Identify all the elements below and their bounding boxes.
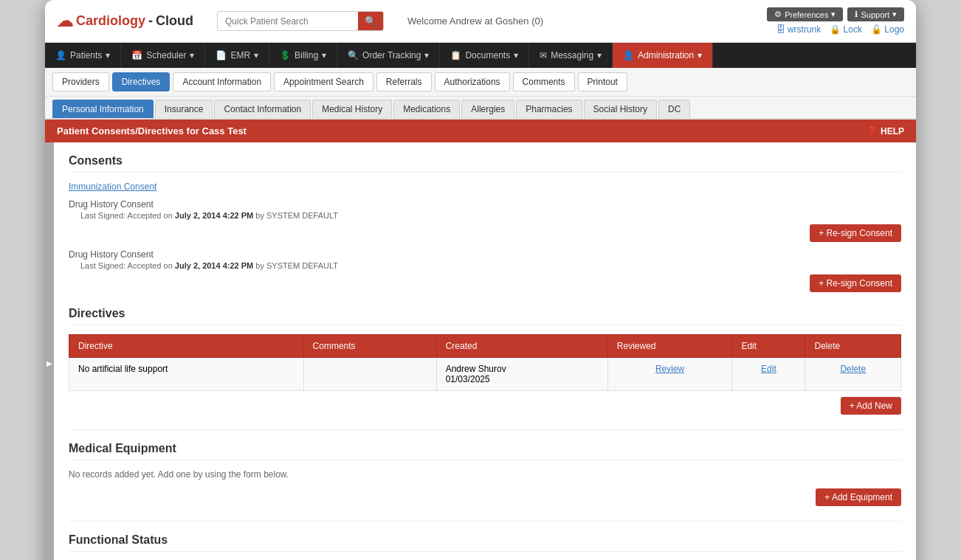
consent-label-2: Drug History Consent <box>69 249 901 260</box>
messaging-chevron: ▾ <box>597 50 602 61</box>
preferences-chevron: ▾ <box>831 10 836 19</box>
sub-nav-authorizations[interactable]: Authorizations <box>435 72 510 91</box>
main-layout: ▶ Consents Immunization Consent Drug His… <box>45 142 916 560</box>
review-link[interactable]: Review <box>655 364 684 374</box>
col-delete: Delete <box>805 335 901 358</box>
emr-icon: 📄 <box>216 50 227 61</box>
medical-equipment-title: Medical Equipment <box>69 442 901 460</box>
section-header: Patient Consents/Directives for Cass Tes… <box>45 120 916 142</box>
cell-created: Andrew Shurov 01/03/2025 <box>436 358 607 391</box>
consent-item-2: Drug History Consent Last Signed: Accept… <box>69 249 901 270</box>
directives-table: Directive Comments Created Reviewed Edit… <box>69 334 901 391</box>
col-created: Created <box>436 335 607 358</box>
consents-section: Consents Immunization Consent Drug Histo… <box>69 154 901 292</box>
delete-link[interactable]: Delete <box>840 364 866 374</box>
tab-contact-information[interactable]: Contact Information <box>214 100 311 118</box>
add-new-button[interactable]: + Add New <box>841 397 901 415</box>
functional-status-title: Functional Status <box>69 533 901 552</box>
equipment-empty-note: No records added yet. Add one by using t… <box>69 469 901 480</box>
edit-link[interactable]: Edit <box>761 364 776 374</box>
sub-nav-providers[interactable]: Providers <box>52 72 109 91</box>
support-button[interactable]: ℹ Support ▾ <box>847 7 904 21</box>
section-title: Patient Consents/Directives for Cass Tes… <box>57 125 247 136</box>
help-button[interactable]: ❓ HELP <box>867 126 904 136</box>
emr-label: EMR <box>230 50 250 61</box>
search-button[interactable]: 🔍 <box>358 12 383 30</box>
patients-chevron: ▾ <box>106 50 110 61</box>
col-directive: Directive <box>69 335 304 358</box>
welcome-label: Welcome Andrew at Goshen <box>407 15 529 27</box>
nav-item-patients[interactable]: 👤 Patients ▾ <box>45 43 121 68</box>
col-reviewed: Reviewed <box>607 335 732 358</box>
nav-item-messaging[interactable]: ✉ Messaging ▾ <box>529 43 613 68</box>
resign-button-2[interactable]: + Re-sign Consent <box>810 274 901 292</box>
documents-chevron: ▾ <box>514 50 518 61</box>
sub-nav-referrals[interactable]: Referrals <box>376 72 432 91</box>
consents-title: Consents <box>69 154 901 173</box>
cell-directive: No artificial life support <box>69 358 304 391</box>
tab-insurance[interactable]: Insurance <box>155 100 213 118</box>
scheduler-icon: 📅 <box>131 50 142 61</box>
consent-signed-1: Last Signed: Accepted on July 2, 2014 4:… <box>80 211 901 220</box>
order-tracking-chevron: ▾ <box>424 50 429 61</box>
top-right-links: 🗄 wrstrunk 🔒 Lock 🔓 Logo <box>776 24 904 35</box>
sub-nav-printout[interactable]: Printout <box>578 72 627 91</box>
search-input[interactable] <box>218 13 358 30</box>
preferences-label: Preferences <box>785 10 828 19</box>
tab-bar: Personal Information Insurance Contact I… <box>45 97 916 120</box>
main-content: Consents Immunization Consent Drug Histo… <box>54 142 916 560</box>
logo-icon: ☁ <box>57 12 73 31</box>
sub-nav-appointment-search[interactable]: Appointment Search <box>274 72 373 91</box>
tab-allergies[interactable]: Allergies <box>461 100 514 118</box>
tab-personal-information[interactable]: Personal Information <box>52 100 154 118</box>
scheduler-label: Scheduler <box>146 50 186 61</box>
tab-pharmacies[interactable]: Pharmacies <box>516 100 582 118</box>
tab-social-history[interactable]: Social History <box>584 100 657 118</box>
cell-delete: Delete <box>805 358 901 391</box>
directives-title: Directives <box>69 307 901 325</box>
wrstrunk-link[interactable]: 🗄 wrstrunk <box>776 24 822 35</box>
table-row: No artificial life support Andrew Shurov… <box>69 358 901 391</box>
administration-chevron: ▾ <box>698 50 702 61</box>
preferences-button[interactable]: ⚙ Preferences ▾ <box>767 7 843 21</box>
sub-nav-comments[interactable]: Comments <box>513 72 575 91</box>
cell-edit: Edit <box>732 358 805 391</box>
tab-dc[interactable]: DC <box>658 100 690 118</box>
top-right: ⚙ Preferences ▾ ℹ Support ▾ 🗄 wrstrunk 🔒… <box>767 7 904 35</box>
add-new-row: + Add New <box>69 397 901 415</box>
sub-nav-directives[interactable]: Directives <box>112 72 170 91</box>
top-bar: ☁ Cardiology - Cloud 🔍 Welcome Andrew at… <box>45 0 916 43</box>
logo-cloud: Cloud <box>156 13 193 29</box>
logo-cardiology: Cardiology <box>76 13 145 29</box>
nav-item-billing[interactable]: 💲 Billing ▾ <box>269 43 337 68</box>
lock-link[interactable]: 🔒 Lock <box>830 24 862 35</box>
resign-row-1: + Re-sign Consent <box>69 224 901 242</box>
welcome-text: Welcome Andrew at Goshen (0) <box>407 15 543 27</box>
logo-dash: - <box>148 13 153 29</box>
created-date: 01/03/2025 <box>446 374 490 384</box>
tab-medical-history[interactable]: Medical History <box>312 100 392 118</box>
support-chevron: ▾ <box>892 10 897 19</box>
billing-label: Billing <box>294 50 318 61</box>
top-right-buttons: ⚙ Preferences ▾ ℹ Support ▾ <box>767 7 904 21</box>
nav-item-administration[interactable]: 👤 Administration ▾ <box>613 43 713 68</box>
add-equipment-button[interactable]: + Add Equipment <box>816 488 901 506</box>
cell-reviewed: Review <box>607 358 732 391</box>
emr-chevron: ▾ <box>254 50 258 61</box>
immunization-consent-link[interactable]: Immunization Consent <box>69 182 156 192</box>
nav-item-emr[interactable]: 📄 EMR ▾ <box>205 43 269 68</box>
sidebar-toggle[interactable]: ▶ <box>45 142 54 560</box>
billing-chevron: ▾ <box>322 50 326 61</box>
sub-nav-account-information[interactable]: Account Information <box>173 72 271 91</box>
scheduler-chevron: ▾ <box>190 50 194 61</box>
nav-item-documents[interactable]: 📋 Documents ▾ <box>440 43 529 68</box>
nav-item-scheduler[interactable]: 📅 Scheduler ▾ <box>121 43 205 68</box>
logout-link[interactable]: 🔓 Logo <box>871 24 904 35</box>
tab-medications[interactable]: Medications <box>393 100 460 118</box>
nav-item-order-tracking[interactable]: 🔍 Order Tracking ▾ <box>337 43 440 68</box>
resign-row-2: + Re-sign Consent <box>69 274 901 292</box>
resign-button-1[interactable]: + Re-sign Consent <box>810 224 901 242</box>
logo: ☁ Cardiology - Cloud <box>57 12 193 31</box>
cell-comments <box>303 358 436 391</box>
documents-icon: 📋 <box>450 50 461 61</box>
